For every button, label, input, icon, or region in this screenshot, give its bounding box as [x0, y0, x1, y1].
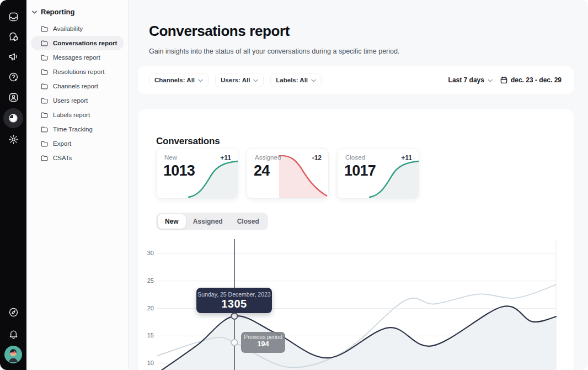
- chevron-down-icon: [311, 79, 316, 82]
- y-tick-label: 10: [140, 360, 154, 366]
- sidebar-item-label: Export: [53, 140, 71, 147]
- sidebar-item-label: Conversations report: [53, 40, 117, 46]
- sidebar-item-label: Availability: [53, 25, 83, 32]
- chevron-down-icon: [32, 10, 37, 14]
- folder-icon: [41, 69, 48, 75]
- channels-filter-label: Channels: All: [154, 77, 195, 83]
- date-range-picker[interactable]: dec. 23 - dec. 29: [500, 76, 562, 84]
- app-window: Reporting AvailabilityConversations repo…: [0, 0, 588, 370]
- users-filter-dropdown[interactable]: Users: All: [215, 73, 264, 87]
- stat-card-closed[interactable]: Closed +11 1017: [337, 148, 419, 199]
- stat-value: 1017: [344, 162, 376, 179]
- sidebar-section-reporting[interactable]: Reporting: [32, 8, 74, 16]
- sidebar-section-label: Reporting: [41, 8, 74, 16]
- notifications-bell-icon[interactable]: [3, 324, 23, 343]
- tab-assigned[interactable]: Assigned: [186, 214, 230, 229]
- chart-tooltip: Sunday, 25 December, 2023 1305: [196, 288, 272, 313]
- sidebar-item-channels-report[interactable]: Channels report: [31, 79, 124, 93]
- chevron-down-icon: [198, 79, 203, 82]
- sidebar-item-label: Messages report: [53, 54, 100, 61]
- series-tabs: New Assigned Closed: [156, 213, 268, 230]
- sidebar-item-label: Resolutions report: [53, 68, 104, 75]
- page-title: Conversations report: [149, 23, 290, 40]
- stats-row: New +11 1013 Assigned -12 24: [156, 148, 419, 199]
- labels-filter-dropdown[interactable]: Labels: All: [270, 73, 322, 87]
- stat-delta: +11: [401, 154, 412, 162]
- channels-filter-dropdown[interactable]: Channels: All: [149, 73, 209, 87]
- sidebar-item-label: Channels report: [53, 83, 98, 89]
- chevron-down-icon: [488, 79, 493, 82]
- tab-closed[interactable]: Closed: [230, 214, 266, 229]
- folder-icon: [41, 40, 48, 46]
- folder-icon: [41, 126, 48, 133]
- tooltip-date: Sunday, 25 December, 2023: [196, 291, 272, 298]
- settings-gear-icon[interactable]: [3, 129, 23, 149]
- date-range-dropdown[interactable]: Last 7 days: [448, 76, 493, 84]
- explore-compass-icon[interactable]: [3, 302, 23, 322]
- broadcasting-icon[interactable]: [3, 46, 23, 66]
- sidebar-item-label: Labels report: [53, 112, 90, 118]
- chevron-down-icon: [253, 79, 258, 82]
- conversations-card: Conversations New +11 1013 As: [138, 109, 574, 370]
- folder-icon: [41, 83, 48, 89]
- user-avatar[interactable]: [3, 345, 23, 364]
- sidebar-item-time-tracking[interactable]: Time Tracking: [31, 122, 124, 136]
- page-subtitle: Gain insights into the status of all you…: [149, 47, 399, 55]
- stat-card-new[interactable]: New +11 1013: [156, 148, 238, 199]
- sidebar-item-users-report[interactable]: Users report: [31, 93, 124, 108]
- icon-rail: [0, 0, 26, 370]
- reporting-sidebar: Reporting AvailabilityConversations repo…: [26, 0, 129, 370]
- stat-label: Assigned: [255, 154, 281, 161]
- stat-label: New: [164, 154, 177, 161]
- trend-up-sparkline: [369, 157, 419, 198]
- date-range-label: Last 7 days: [448, 76, 484, 84]
- users-filter-label: Users: All: [221, 77, 250, 83]
- sidebar-menu: AvailabilityConversations reportMessages…: [26, 22, 128, 165]
- folder-icon: [41, 26, 48, 32]
- y-tick-label: 20: [140, 305, 154, 311]
- trend-up-sparkline: [188, 157, 238, 198]
- previous-period-tooltip: Previous period 194: [241, 332, 285, 353]
- card-title: Conversations: [156, 136, 220, 147]
- calendar-icon: [500, 76, 507, 84]
- previous-tooltip-value: 194: [241, 340, 285, 348]
- team-chat-icon[interactable]: [3, 27, 23, 46]
- stat-delta: -12: [312, 154, 322, 162]
- folder-icon: [41, 112, 48, 118]
- sidebar-item-label: Time Tracking: [53, 126, 93, 133]
- sidebar-item-messages-report[interactable]: Messages report: [31, 50, 124, 65]
- sidebar-item-label: CSATs: [53, 155, 72, 161]
- conversations-line-chart[interactable]: 3025201510 Sunday, 25 December, 2023 130…: [157, 239, 556, 370]
- y-tick-label: 25: [140, 277, 154, 284]
- help-center-icon[interactable]: [3, 67, 23, 87]
- stat-card-assigned[interactable]: Assigned -12 24: [247, 148, 329, 199]
- stat-label: Closed: [345, 154, 365, 161]
- sidebar-item-availability[interactable]: Availability: [31, 22, 124, 36]
- main-content: Conversations report Gain insights into …: [128, 0, 588, 370]
- sidebar-item-conversations-report[interactable]: Conversations report: [31, 36, 124, 50]
- labels-filter-label: Labels: All: [276, 77, 308, 83]
- contacts-icon[interactable]: [3, 87, 23, 107]
- folder-icon: [41, 98, 48, 104]
- stat-delta: +11: [220, 154, 231, 162]
- reporting-icon[interactable]: [3, 108, 23, 128]
- y-tick-label: 30: [140, 250, 154, 256]
- y-tick-label: 15: [140, 332, 154, 339]
- tooltip-value: 1305: [196, 298, 272, 310]
- tab-new[interactable]: New: [158, 214, 186, 229]
- sidebar-item-labels-report[interactable]: Labels report: [31, 108, 124, 122]
- sidebar-item-export[interactable]: Export: [31, 136, 124, 151]
- folder-icon: [41, 141, 48, 147]
- stat-value: 24: [254, 162, 269, 179]
- date-range-value: dec. 23 - dec. 29: [511, 76, 562, 84]
- sidebar-item-label: Users report: [53, 97, 88, 104]
- inbox-icon[interactable]: [3, 7, 23, 27]
- stat-value: 1013: [163, 162, 195, 179]
- filter-bar: Channels: All Users: All Labels: All Las…: [138, 66, 574, 94]
- folder-icon: [41, 155, 48, 161]
- sidebar-item-resolutions-report[interactable]: Resolutions report: [31, 65, 124, 79]
- folder-icon: [41, 55, 48, 61]
- sidebar-item-csats[interactable]: CSATs: [31, 151, 124, 165]
